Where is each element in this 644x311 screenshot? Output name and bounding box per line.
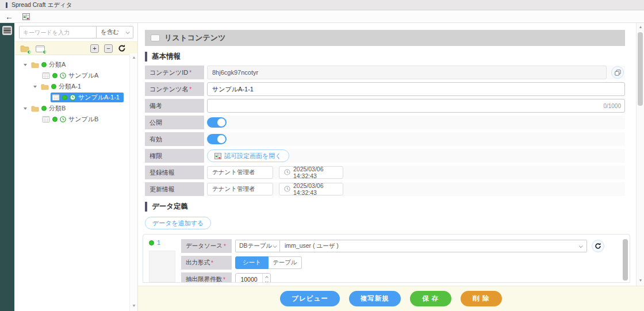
datasource-type-select[interactable]: DBテーブル: [235, 240, 280, 252]
extract-limit-row: 抽出限界件数 * 10000: [181, 272, 604, 283]
publish-toggle[interactable]: [207, 117, 227, 128]
data-definition-section-header: データ定義: [145, 201, 625, 212]
remarks-label: 備考: [145, 99, 204, 113]
title-bar: Spread Craft エディタ: [0, 0, 644, 10]
scrollbar-thumb[interactable]: [638, 32, 643, 106]
tree-item-sample-a[interactable]: サンプルA: [14, 70, 137, 81]
tree-item-label: 分類A: [49, 60, 66, 69]
spinner-up-icon[interactable]: [265, 276, 269, 279]
chevron-down-icon: [273, 244, 277, 248]
back-button[interactable]: ←: [5, 13, 13, 21]
scrollbar-thumb[interactable]: [623, 239, 628, 281]
remarks-input[interactable]: 0/1000: [207, 99, 625, 113]
enabled-label: 有効: [145, 132, 204, 146]
scroll-down-icon[interactable]: ▼: [130, 303, 138, 309]
tree-scrollbar[interactable]: ▲ ▼: [129, 53, 137, 311]
main-panel: リストコンテンツ 基本情報 コンテンツID * 8hj6cgk97ncotyr: [138, 23, 636, 286]
output-format-label: 出力形式 *: [181, 256, 232, 270]
scroll-down-icon[interactable]: ▼: [637, 278, 644, 283]
add-content-icon[interactable]: [36, 44, 45, 53]
add-data-button[interactable]: データを追加する: [145, 217, 211, 229]
extract-limit-input[interactable]: 10000: [235, 273, 271, 283]
tree-item-sample-a-1-1[interactable]: サンプルA-1-1: [14, 92, 137, 103]
status-dot-icon: [41, 62, 47, 67]
status-dot-icon: [41, 106, 47, 111]
output-format-segmented: シート テーブル: [235, 256, 302, 269]
delete-button[interactable]: 削 除: [461, 291, 502, 306]
status-dot-icon: [52, 117, 57, 122]
output-sheet-button[interactable]: シート: [235, 256, 269, 269]
output-table-button[interactable]: テーブル: [269, 256, 302, 269]
app-icon: [6, 2, 7, 8]
chevron-down-icon: [126, 30, 130, 34]
spinner-down-icon[interactable]: [265, 280, 269, 283]
scroll-up-icon[interactable]: ▲: [130, 55, 138, 60]
basic-info-section-header: 基本情報: [145, 51, 625, 62]
tree-item-sample-b[interactable]: サンプルB: [14, 114, 137, 125]
datasource-value-select[interactable]: imm_user ( ユーザ ): [280, 240, 587, 252]
enabled-toggle[interactable]: [207, 134, 227, 144]
clock-icon: [284, 169, 290, 176]
tree-item-label: 分類B: [49, 104, 66, 113]
schedule-status-icon: [70, 94, 76, 101]
sheet-content-icon: [42, 116, 50, 122]
tree-item-label: サンプルA: [68, 71, 98, 80]
save-button[interactable]: 保 存: [410, 291, 451, 306]
spread-craft-editor-window: Spread Craft エディタ ← を含む: [0, 0, 644, 311]
content-id-value: 8hj6cgk97ncotyr: [207, 66, 607, 79]
datasource-row: データソース * DBテーブル imm_user ( ユーザ ): [181, 239, 604, 253]
publish-row: 公開: [145, 116, 625, 129]
tree-item-label: 分類A-1: [59, 82, 81, 91]
expand-arrow-icon[interactable]: [24, 107, 27, 110]
permission-row: 権限 認可設定画面を開く: [145, 149, 625, 163]
enabled-row: 有効: [145, 132, 625, 146]
add-folder-icon[interactable]: [20, 44, 30, 53]
required-marker: *: [189, 70, 191, 76]
duplicate-new-button[interactable]: 複写新規: [349, 291, 401, 306]
main-scrollbar[interactable]: ▲ ▼: [636, 23, 644, 286]
tree-item-category-b[interactable]: 分類B: [14, 103, 137, 114]
chevron-down-icon: [579, 244, 583, 248]
collapse-all-button[interactable]: −: [104, 44, 113, 53]
expand-arrow-icon[interactable]: [24, 64, 27, 66]
data-entry-side-panel: [149, 251, 175, 282]
menu-icon[interactable]: [2, 26, 12, 35]
datasource-refresh-icon[interactable]: [592, 240, 604, 252]
match-mode-select[interactable]: を含む: [97, 26, 133, 39]
permission-label: 権限: [145, 149, 204, 163]
expand-all-button[interactable]: +: [90, 44, 99, 53]
preview-button[interactable]: プレビュー: [280, 291, 340, 306]
open-auth-settings-button[interactable]: 認可設定画面を開く: [207, 149, 289, 162]
sheet-content-icon: [52, 94, 60, 101]
data-entry-scrollbar[interactable]: [623, 239, 628, 281]
updated-user: テナント管理者: [207, 183, 273, 195]
registered-timestamp: 2025/03/06 14:32:43: [279, 166, 343, 179]
content-header-title: リストコンテンツ: [164, 33, 225, 43]
publish-label: 公開: [145, 116, 204, 129]
status-dot-icon: [62, 95, 67, 100]
remarks-row: 備考 0/1000: [145, 99, 625, 113]
status-dot-icon: [149, 240, 154, 245]
output-format-row: 出力形式 * シート テーブル: [181, 256, 604, 270]
registered-user: テナント管理者: [207, 166, 273, 179]
copy-icon[interactable]: [611, 66, 624, 79]
updated-info-label: 更新情報: [145, 182, 204, 196]
content-header: リストコンテンツ: [145, 30, 625, 46]
expand-arrow-icon[interactable]: [33, 86, 37, 88]
required-marker: *: [211, 260, 213, 266]
tree-item-category-a[interactable]: 分類A: [14, 59, 137, 70]
spreadsheet-icon: [214, 153, 221, 159]
selected-tree-item: サンプルA-1-1: [51, 93, 124, 102]
search-input[interactable]: [19, 26, 97, 39]
tree-refresh-icon[interactable]: [118, 44, 126, 52]
top-toolbar: ←: [0, 10, 644, 23]
tree-item-category-a-1[interactable]: 分類A-1: [14, 81, 137, 92]
list-content-icon: [151, 34, 160, 41]
spreadsheet-editor-icon[interactable]: [22, 13, 30, 20]
scroll-up-icon[interactable]: ▲: [637, 24, 644, 30]
content-name-input[interactable]: [207, 82, 625, 96]
number-spinner[interactable]: [262, 274, 270, 283]
sheet-content-icon: [42, 72, 50, 79]
folder-icon: [41, 83, 49, 90]
data-entry-block: 1 データソース * DBテーブル: [143, 234, 630, 283]
